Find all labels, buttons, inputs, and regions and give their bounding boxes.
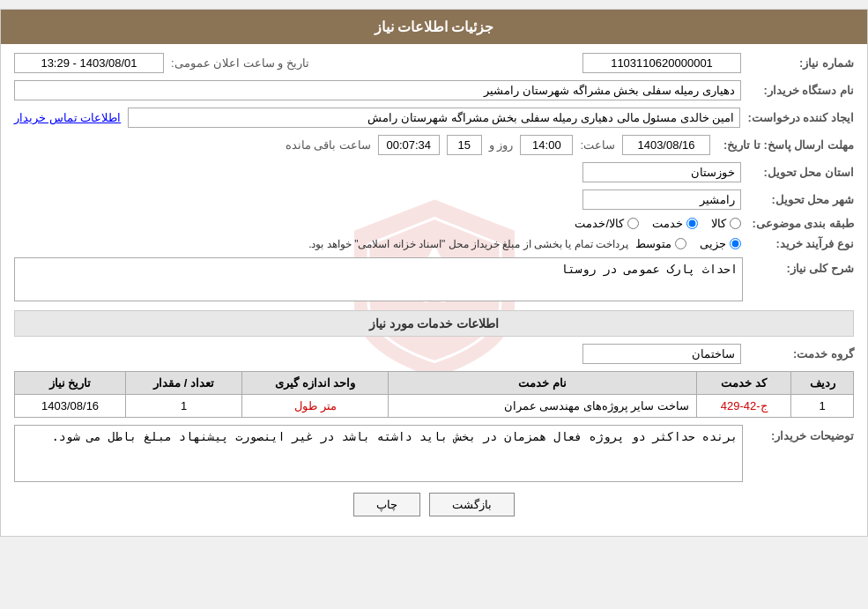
category-label-kala: کالا bbox=[711, 217, 726, 230]
print-button[interactable]: چاپ bbox=[353, 493, 420, 516]
date-label: تاریخ و ساعت اعلان عمومی: bbox=[171, 56, 309, 70]
category-label-khedmat: خدمت bbox=[652, 217, 683, 230]
col-unit: واحد اندازه گیری bbox=[242, 372, 389, 395]
response-label: مهلت ارسال پاسخ: تا تاریخ: bbox=[717, 138, 854, 152]
response-date: 1403/08/16 bbox=[622, 135, 710, 155]
station-label: نام دستگاه خریدار: bbox=[748, 84, 854, 97]
procurement-desc: پرداخت تمام یا بخشی از مبلغ خریداز محل "… bbox=[14, 238, 628, 250]
cell-quantity: 1 bbox=[126, 395, 242, 418]
category-row: طبقه بندی موضوعی: کالا خدمت کالا/خدمت bbox=[14, 217, 854, 230]
category-label-both: کالا/خدمت bbox=[575, 217, 624, 230]
table-row: 1 ج-42-429 ساخت سایر پروژه‌های مهندسی عم… bbox=[15, 395, 854, 418]
station-value: دهیاری رمیله سفلی بخش مشراگه شهرستان رام… bbox=[14, 80, 741, 100]
procurement-label: نوع فرآیند خرید: bbox=[748, 237, 854, 250]
city-value: رامشیر bbox=[582, 189, 741, 210]
procurement-option-jozi: جزیی bbox=[700, 237, 741, 250]
procurement-radio-jozi[interactable] bbox=[730, 238, 741, 249]
creator-row: ایجاد کننده درخواست: امین خالدی مسئول ما… bbox=[14, 108, 854, 128]
procurement-label-motavasset: متوسط bbox=[635, 237, 671, 250]
category-option-khedmat: خدمت bbox=[652, 217, 698, 230]
buyer-notes-row: توضیحات خریدار: bbox=[14, 425, 854, 482]
col-service-name: نام خدمت bbox=[389, 372, 697, 395]
response-row: مهلت ارسال پاسخ: تا تاریخ: 1403/08/16 سا… bbox=[14, 135, 854, 155]
remaining-time: 00:07:34 bbox=[378, 135, 440, 155]
cell-date: 1403/08/16 bbox=[15, 395, 126, 418]
contact-link[interactable]: اطلاعات تماس خریدار bbox=[14, 111, 121, 124]
col-quantity: تعداد / مقدار bbox=[126, 372, 242, 395]
col-code: کد خدمت bbox=[696, 372, 790, 395]
need-number-label: شماره نیاز: bbox=[748, 56, 854, 70]
buyer-notes-label: توضیحات خریدار: bbox=[748, 425, 854, 442]
creator-value: امین خالدی مسئول مالی دهیاری رمیله سفلی … bbox=[128, 108, 740, 128]
province-row: استان محل تحویل: خوزستان bbox=[14, 162, 854, 182]
col-date: تاریخ نیاز bbox=[15, 372, 126, 395]
cell-unit: متر طول bbox=[242, 395, 389, 418]
page-header: جزئیات اطلاعات نیاز bbox=[1, 10, 867, 44]
remaining-label: ساعت باقی مانده bbox=[286, 138, 371, 152]
button-row: بازگشت چاپ bbox=[14, 493, 854, 516]
date-value: 1403/08/01 - 13:29 bbox=[14, 53, 164, 73]
creator-label: ایجاد کننده درخواست: bbox=[747, 111, 854, 124]
category-label: طبقه بندی موضوعی: bbox=[748, 217, 854, 230]
procurement-row: نوع فرآیند خرید: جزیی متوسط پرداخت تمام … bbox=[14, 237, 854, 250]
procurement-radio-group: جزیی متوسط bbox=[635, 237, 741, 250]
need-desc-row: شرح کلی نیاز: bbox=[14, 257, 854, 301]
day-count: 15 bbox=[447, 135, 482, 155]
category-radio-both[interactable] bbox=[627, 218, 639, 229]
need-desc-label: شرح کلی نیاز: bbox=[748, 257, 854, 275]
response-time: 14:00 bbox=[520, 135, 573, 155]
procurement-radio-motavasset[interactable] bbox=[675, 238, 686, 249]
need-number-row: شماره نیاز: 1103110620000001 تاریخ و ساع… bbox=[14, 53, 854, 73]
province-label: استان محل تحویل: bbox=[748, 166, 854, 179]
col-row: ردیف bbox=[791, 372, 854, 395]
service-group-row: گروه خدمت: ساختمان bbox=[14, 344, 854, 364]
need-desc-textarea[interactable] bbox=[14, 257, 743, 301]
city-label: شهر محل تحویل: bbox=[748, 193, 854, 206]
province-value: خوزستان bbox=[582, 162, 741, 182]
response-time-label: ساعت: bbox=[580, 138, 615, 152]
back-button[interactable]: بازگشت bbox=[429, 493, 515, 516]
category-option-both: کالا/خدمت bbox=[575, 217, 639, 230]
services-table: ردیف کد خدمت نام خدمت واحد اندازه گیری ت… bbox=[14, 371, 854, 418]
cell-row: 1 bbox=[791, 395, 854, 418]
procurement-option-motavasset: متوسط bbox=[635, 237, 686, 250]
station-row: نام دستگاه خریدار: دهیاری رمیله سفلی بخش… bbox=[14, 80, 854, 100]
category-option-kala: کالا bbox=[711, 217, 741, 230]
category-radio-group: کالا خدمت کالا/خدمت bbox=[575, 217, 741, 230]
need-number-value: 1103110620000001 bbox=[582, 53, 741, 73]
category-radio-kala[interactable] bbox=[730, 218, 741, 229]
cell-service-name: ساخت سایر پروژه‌های مهندسی عمران bbox=[389, 395, 697, 418]
procurement-label-jozi: جزیی bbox=[700, 237, 726, 250]
cell-code: ج-42-429 bbox=[696, 395, 790, 418]
service-group-label: گروه خدمت: bbox=[748, 347, 854, 360]
service-group-value: ساختمان bbox=[582, 344, 741, 364]
page-title: جزئیات اطلاعات نیاز bbox=[375, 19, 494, 34]
day-label: روز و bbox=[489, 138, 514, 152]
city-row: شهر محل تحویل: رامشیر bbox=[14, 189, 854, 210]
buyer-notes-textarea[interactable] bbox=[14, 425, 743, 482]
category-radio-khedmat[interactable] bbox=[686, 218, 698, 229]
services-section-header: اطلاعات خدمات مورد نیاز bbox=[14, 310, 854, 337]
